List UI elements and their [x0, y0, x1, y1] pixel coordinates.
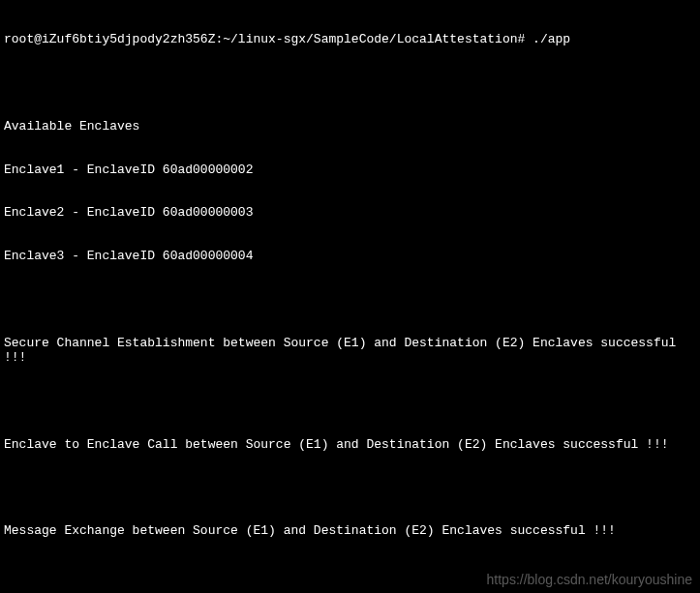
- blank-line: [4, 482, 696, 496]
- watermark-text: https://blog.csdn.net/kouryoushine: [487, 572, 692, 587]
- enclave-entry: Enclave1 - EnclaveID 60ad00000002: [4, 163, 696, 178]
- blank-line: [4, 395, 696, 409]
- status-message: Message Exchange between Source (E1) and…: [4, 524, 696, 539]
- status-message: Enclave to Enclave Call between Source (…: [4, 438, 696, 453]
- blank-line: [4, 76, 696, 91]
- status-message: Secure Channel Establishment between Sou…: [4, 337, 696, 366]
- enclave-entry: Enclave2 - EnclaveID 60ad00000003: [4, 206, 696, 221]
- terminal-output[interactable]: root@iZuf6btiy5djpody2zh356Z:~/linux-sgx…: [4, 4, 696, 593]
- output-header: Available Enclaves: [4, 120, 696, 134]
- enclave-entry: Enclave3 - EnclaveID 60ad00000004: [4, 250, 696, 264]
- shell-prompt-line: root@iZuf6btiy5djpody2zh356Z:~/linux-sgx…: [4, 33, 696, 47]
- blank-line: [4, 293, 696, 308]
